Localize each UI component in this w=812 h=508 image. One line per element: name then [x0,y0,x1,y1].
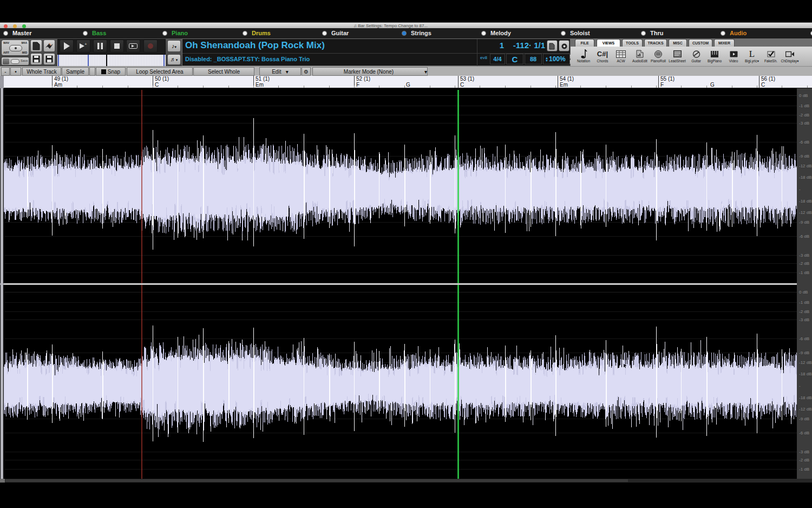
svg-text:-3 dB: -3 dB [799,253,809,258]
svg-text:-9 dB: -9 dB [799,350,809,355]
svg-text:-6 dB: -6 dB [799,431,809,435]
svg-text:-1 dB: -1 dB [799,270,809,275]
svg-text:-6 dB: -6 dB [799,234,809,239]
svg-text:-18 dB: -18 dB [799,199,812,204]
svg-text:-3 dB: -3 dB [799,121,809,126]
svg-text:-2 dB: -2 dB [799,113,809,118]
svg-text:-: - [799,383,801,388]
svg-text:-: - [799,187,801,192]
svg-text:0 dB: 0 dB [799,290,808,295]
svg-text:-12 dB: -12 dB [799,360,812,365]
svg-text:-9 dB: -9 dB [799,416,809,421]
svg-text:-9 dB: -9 dB [799,154,809,159]
svg-text:-18 dB: -18 dB [799,395,812,400]
svg-text:-1 dB: -1 dB [799,467,809,472]
svg-text:-1 dB: -1 dB [799,103,809,108]
svg-text:-12 dB: -12 dB [799,164,812,168]
svg-text:-1 dB: -1 dB [799,300,809,305]
svg-text:-12 dB: -12 dB [799,210,812,215]
svg-text:-9 dB: -9 dB [799,220,809,225]
svg-text:-3 dB: -3 dB [799,317,809,322]
svg-text:-18 dB: -18 dB [799,372,812,376]
svg-text:-2 dB: -2 dB [799,309,809,314]
svg-text:-2 dB: -2 dB [799,261,809,266]
svg-text:-12 dB: -12 dB [799,407,812,412]
svg-text:-3 dB: -3 dB [799,450,809,454]
svg-text:0 dB: 0 dB [799,93,808,98]
svg-text:+: + [84,42,87,47]
svg-text:-6 dB: -6 dB [799,140,809,145]
svg-text:-6 dB: -6 dB [799,336,809,341]
svg-text:-18 dB: -18 dB [799,175,812,180]
svg-text:-2 dB: -2 dB [799,458,809,463]
